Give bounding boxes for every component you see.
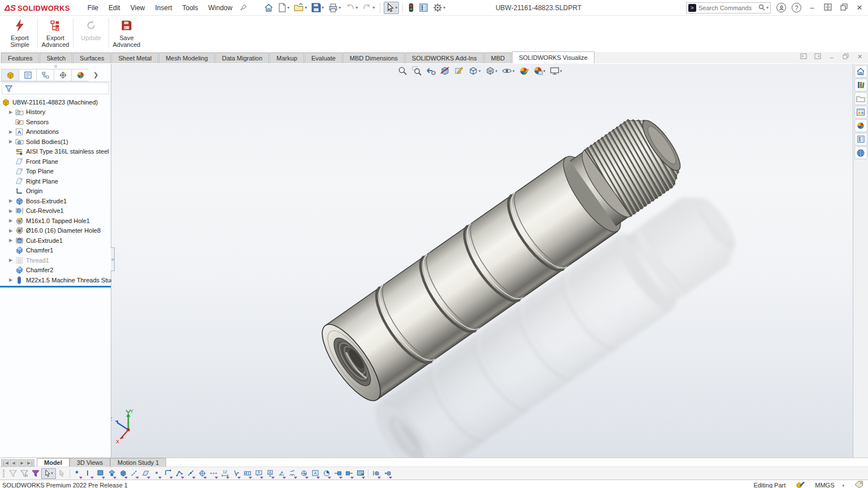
tab-sheet-metal[interactable]: Sheet Metal <box>111 53 158 63</box>
zoom-to-fit-icon[interactable] <box>397 66 409 76</box>
expand-arrow-icon[interactable]: ▶ <box>7 139 15 144</box>
tab-features[interactable]: Features <box>1 53 39 63</box>
menu-window[interactable]: Window <box>203 2 238 14</box>
zoom-to-area-icon[interactable] <box>411 66 423 76</box>
chevron-down-icon[interactable]: ▾ <box>305 5 307 10</box>
tree-item-chamfer2[interactable]: Chamfer2 <box>0 265 111 276</box>
filter-turbine-icon[interactable] <box>371 468 381 479</box>
tree-item-solid-bodies[interactable]: ▶ Solid Bodies(1) <box>0 137 111 147</box>
print-icon[interactable]: ▾ <box>327 2 342 14</box>
tab-mbd-dimensions[interactable]: MBD Dimensions <box>343 53 405 63</box>
expand-arrow-icon[interactable]: ▶ <box>7 218 15 223</box>
menu-file[interactable]: File <box>83 2 103 14</box>
filter-planes-icon[interactable] <box>140 468 151 479</box>
close-icon[interactable]: ✕ <box>856 53 863 60</box>
first-tab-icon[interactable]: ❘◀ <box>1 459 9 467</box>
minimize-icon[interactable]: – <box>807 3 817 12</box>
tile-windows-icon[interactable] <box>823 3 833 12</box>
filter-weld-symbols-icon[interactable] <box>276 468 287 479</box>
redo-icon[interactable]: ▾ <box>361 2 376 14</box>
apply-scene-icon[interactable]: ▾ <box>532 66 547 76</box>
filter-surface-finish-icon[interactable] <box>231 468 241 479</box>
search-input[interactable] <box>696 5 758 11</box>
tree-item-history[interactable]: ▶ History <box>0 107 111 117</box>
filter-dimensions-icon[interactable]: 12 <box>219 468 230 479</box>
configurationmanager-icon[interactable] <box>36 69 54 81</box>
tree-item-material[interactable]: AISI Type 316L stainless steel <box>0 147 111 157</box>
tree-item-right-plane[interactable]: Right Plane <box>0 176 111 186</box>
restore-icon[interactable] <box>842 53 849 60</box>
menu-insert[interactable]: Insert <box>150 2 177 14</box>
home-icon[interactable] <box>262 2 275 14</box>
view-palette-icon[interactable] <box>854 106 867 119</box>
tab-solidworks-visualize[interactable]: SOLIDWORKS Visualize <box>512 51 594 63</box>
pane-right-icon[interactable] <box>814 53 821 60</box>
chevron-down-icon[interactable]: ▾ <box>513 69 515 73</box>
filter-notes-balloons-icon[interactable]: A <box>253 468 264 479</box>
user-account-icon[interactable] <box>776 3 786 12</box>
tab-mesh-modeling[interactable]: Mesh Modeling <box>159 53 215 63</box>
expand-pane-icon[interactable]: ❯ <box>93 71 98 79</box>
edit-appearance-icon[interactable] <box>518 66 530 76</box>
chevron-down-icon[interactable]: ▾ <box>355 5 358 10</box>
filter-axes-icon[interactable] <box>129 468 140 479</box>
save-advanced-button[interactable]: Save Advanced <box>109 16 144 50</box>
tab-motion-study-1[interactable]: Motion Study 1 <box>110 458 166 467</box>
forum-icon[interactable] <box>854 146 867 159</box>
filter-datums-icon[interactable]: A <box>264 468 275 479</box>
expand-arrow-icon[interactable]: ▶ <box>7 258 15 263</box>
menu-tools[interactable]: Tools <box>177 2 203 14</box>
tree-item-tapped-hole[interactable]: ▶ M16x1.0 Tapped Hole1 <box>0 216 111 226</box>
filter-sketch-points-icon[interactable] <box>151 468 162 479</box>
tree-item-cut-revolve[interactable]: ▶ Cut-Revolve1 <box>0 206 111 216</box>
clear-all-filters-icon[interactable] <box>19 468 29 479</box>
new-document-icon[interactable]: ▾ <box>276 2 291 14</box>
filter-geometric-tolerances-icon[interactable] <box>242 468 253 479</box>
tree-item-origin[interactable]: Origin <box>0 186 111 197</box>
viewport-3d[interactable]: X Y Z <box>111 64 853 457</box>
chevron-down-icon[interactable]: ▾ <box>287 5 289 10</box>
close-icon[interactable]: ✕ <box>854 3 865 12</box>
tab-evaluate[interactable]: Evaluate <box>305 53 342 63</box>
search-icon[interactable] <box>758 4 765 12</box>
dimxpertmanager-icon[interactable] <box>54 69 71 81</box>
tree-item-boss-extrude[interactable]: ▶ Boss-Extrude1 <box>0 196 111 206</box>
tab-model[interactable]: Model <box>37 458 70 467</box>
filter-viewport-icon[interactable] <box>355 468 366 479</box>
last-tab-icon[interactable]: ▶❘ <box>27 459 34 467</box>
tab-markup[interactable]: Markup <box>270 53 304 63</box>
filter-connection-points-icon[interactable] <box>332 468 343 479</box>
update-button[interactable]: Update <box>73 16 108 50</box>
panel-splitter-handle[interactable] <box>111 247 115 271</box>
select-cursor-icon[interactable]: ▾ <box>384 2 399 14</box>
tree-item-sensors[interactable]: Sensors <box>0 117 111 127</box>
tree-item-top-plane[interactable]: Top Plane <box>0 167 111 177</box>
filter-sphere-icon[interactable] <box>382 468 393 479</box>
previous-view-icon[interactable] <box>425 66 437 76</box>
chevron-down-icon[interactable]: ▾ <box>322 5 324 10</box>
toggle-filter-toolbar-icon[interactable] <box>30 468 41 479</box>
tab-mbd[interactable]: MBD <box>484 53 511 63</box>
save-icon[interactable]: ▾ <box>310 2 326 14</box>
xpress-products-icon[interactable] <box>406 2 416 14</box>
toggle-selection-filters-icon[interactable] <box>7 468 18 479</box>
expand-arrow-icon[interactable]: ▶ <box>7 129 15 134</box>
minimize-icon[interactable]: – <box>828 54 835 60</box>
tag-icon[interactable] <box>854 481 863 488</box>
filter-weld-beads-icon[interactable] <box>287 468 298 479</box>
filter-solid-bodies-icon[interactable] <box>118 468 128 479</box>
filter-edges-icon[interactable] <box>84 468 94 479</box>
prev-tab-icon[interactable]: ◀ <box>10 459 18 467</box>
tree-item-thread[interactable]: ▶ Thread1 <box>0 255 111 265</box>
chevron-down-icon[interactable]: ▾ <box>544 69 546 73</box>
units-selector[interactable]: MMGS ▴ <box>815 482 844 488</box>
tree-item-chamfer1[interactable]: Chamfer1 <box>0 246 111 256</box>
filter-sketch-segments-icon[interactable] <box>174 468 185 479</box>
filter-surface-bodies-icon[interactable] <box>106 468 117 479</box>
view-orientation-icon[interactable]: ▾ <box>467 66 482 76</box>
design-library-icon[interactable] <box>854 79 867 91</box>
menu-view[interactable]: View <box>125 2 150 14</box>
filter-routing-points-icon[interactable] <box>344 468 354 479</box>
tree-item-machine-threads-stud[interactable]: ▶ M22x1.5 Machine Threads Stud1 <box>0 275 111 285</box>
expand-arrow-icon[interactable]: ▶ <box>7 198 15 203</box>
